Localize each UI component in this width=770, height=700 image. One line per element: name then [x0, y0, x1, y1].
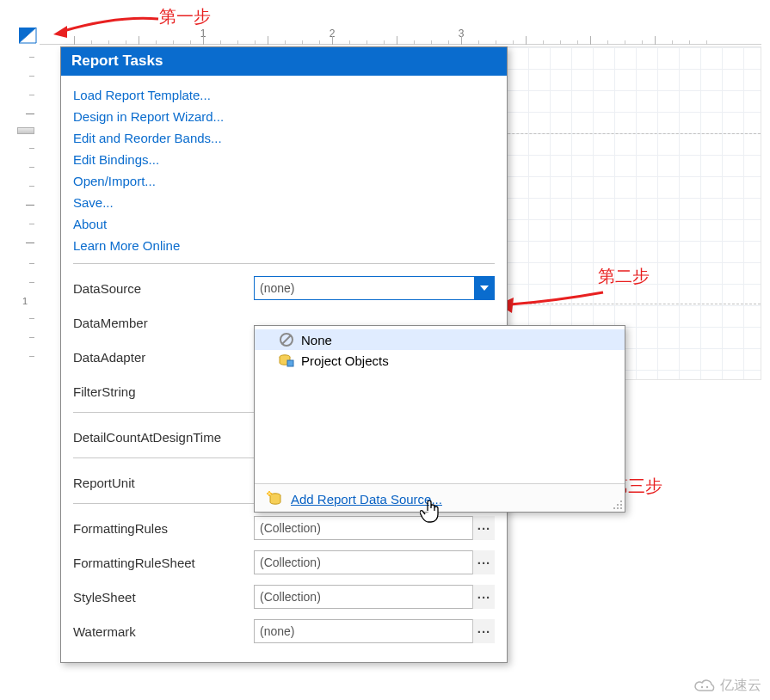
reportunit-label: ReportUnit — [73, 476, 254, 490]
about-link[interactable]: About — [73, 213, 495, 235]
detailcount-label: DetailCountAtDesignTime — [73, 430, 254, 445]
stylesheet-label: StyleSheet — [73, 590, 254, 605]
svg-point-15 — [620, 500, 622, 502]
site-watermark: 亿速云 — [693, 677, 761, 695]
add-report-datasource-link[interactable]: Add Report Data Source... — [291, 492, 442, 507]
datasource-option-label: Project Objects — [301, 353, 389, 368]
watermark-ellipsis-button[interactable]: ··· — [472, 619, 495, 643]
formattingrulesheet-field[interactable] — [254, 550, 495, 574]
edit-reorder-bands-link[interactable]: Edit and Reorder Bands... — [73, 127, 495, 149]
panel-title: Report Tasks — [61, 47, 507, 76]
formattingrulesheet-ellipsis-button[interactable]: ··· — [472, 550, 495, 574]
svg-point-16 — [617, 504, 619, 506]
ruler-v-number: 1 — [22, 296, 28, 306]
edit-bindings-link[interactable]: Edit Bindings... — [73, 149, 495, 170]
add-datasource-icon — [267, 491, 282, 507]
cloud-logo-icon — [693, 679, 717, 694]
formattingrulesheet-label: FormattingRuleSheet — [73, 556, 254, 570]
svg-marker-5 — [480, 286, 489, 291]
save-link[interactable]: Save... — [73, 192, 495, 213]
project-objects-icon — [279, 353, 294, 368]
annotation-step1: 第一步 — [159, 5, 211, 28]
site-watermark-text: 亿速云 — [720, 677, 761, 695]
load-report-template-link[interactable]: Load Report Template... — [73, 84, 495, 106]
watermark-label: Watermark — [73, 624, 254, 639]
design-in-report-wizard-link[interactable]: Design in Report Wizard... — [73, 106, 495, 127]
dataadapter-label: DataAdapter — [73, 350, 254, 365]
datasource-label: DataSource — [73, 281, 254, 296]
datasource-field[interactable] — [254, 276, 495, 300]
svg-line-7 — [282, 335, 291, 344]
task-link-list: Load Report Template... Design in Report… — [73, 84, 495, 256]
svg-rect-9 — [287, 360, 293, 366]
datasource-dropdown-button[interactable] — [474, 276, 495, 300]
datasource-tree[interactable]: None Project Objects — [255, 326, 625, 483]
watermark-field[interactable] — [254, 619, 495, 643]
ruler-horizontal: 1 2 3 — [40, 26, 761, 45]
chevron-down-icon — [479, 285, 490, 292]
resize-grip-icon[interactable] — [611, 498, 623, 510]
datasource-dropdown-popup: None Project Objects Add Report Data Sou… — [254, 325, 625, 513]
svg-point-21 — [701, 685, 703, 687]
smart-tag-glyph[interactable] — [17, 26, 38, 45]
stylesheet-ellipsis-button[interactable]: ··· — [472, 585, 495, 609]
formattingrules-ellipsis-button[interactable]: ··· — [472, 516, 495, 540]
svg-point-19 — [617, 507, 619, 509]
svg-point-20 — [620, 507, 622, 509]
filterstring-label: FilterString — [73, 384, 254, 399]
svg-point-18 — [613, 507, 615, 509]
stylesheet-field[interactable] — [254, 585, 495, 609]
datasource-option-projectobjects[interactable]: Project Objects — [255, 350, 625, 371]
svg-point-17 — [620, 504, 622, 506]
formattingrules-label: FormattingRules — [73, 521, 254, 536]
formattingrules-field[interactable] — [254, 516, 495, 540]
datamember-label: DataMember — [73, 316, 254, 330]
ruler-vertical: 1 — [17, 46, 38, 373]
band-handle[interactable] — [17, 127, 34, 134]
open-import-link[interactable]: Open/Import... — [73, 170, 495, 192]
svg-point-22 — [706, 685, 708, 687]
none-icon — [279, 332, 294, 347]
datasource-option-none[interactable]: None — [255, 329, 625, 350]
datasource-option-label: None — [301, 333, 332, 347]
learn-more-online-link[interactable]: Learn More Online — [73, 235, 495, 256]
separator — [73, 263, 495, 264]
